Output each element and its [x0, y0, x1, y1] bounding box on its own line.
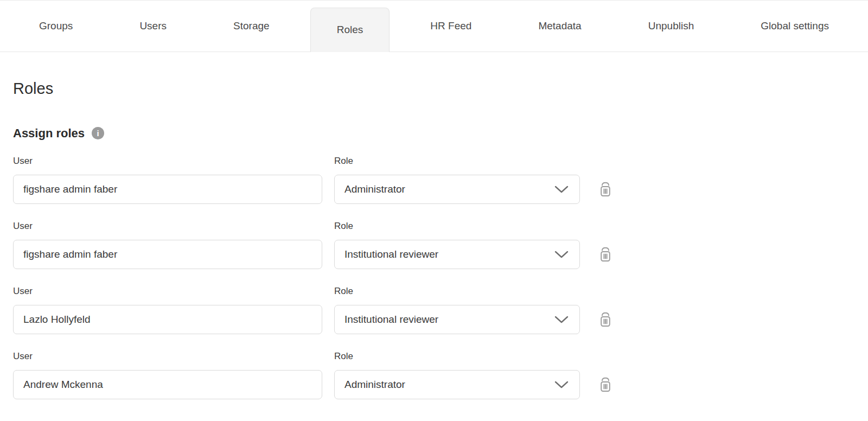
delete-role-button[interactable] — [598, 182, 612, 197]
delete-role-button[interactable] — [598, 377, 612, 392]
user-field-group: User — [13, 155, 322, 204]
user-label: User — [13, 285, 322, 297]
user-label: User — [13, 155, 322, 167]
role-assignment-row: User Role Institutional reviewer — [13, 285, 868, 334]
delete-role-button[interactable] — [598, 312, 612, 327]
tab-roles[interactable]: Roles — [310, 8, 390, 52]
trash-icon — [598, 256, 612, 264]
user-label: User — [13, 220, 322, 232]
role-field-group: Role Institutional reviewer — [334, 285, 580, 334]
assign-roles-section-head: Assign roles i — [13, 126, 868, 141]
role-label: Role — [334, 350, 580, 362]
role-select[interactable]: Institutional reviewer — [334, 305, 580, 334]
chevron-down-icon — [554, 251, 569, 258]
role-field-group: Role Administrator — [334, 155, 580, 204]
role-field-group: Role Administrator — [334, 350, 580, 399]
chevron-down-icon — [554, 316, 569, 323]
tab-hr-feed[interactable]: HR Feed — [404, 1, 497, 52]
role-assignment-row: User Role Institutional reviewer — [13, 220, 868, 269]
role-assignment-row: User Role Administrator — [13, 350, 868, 399]
role-label: Role — [334, 285, 580, 297]
role-select[interactable]: Institutional reviewer — [334, 240, 580, 269]
chevron-down-icon — [554, 381, 569, 388]
role-select[interactable]: Administrator — [334, 175, 580, 204]
admin-page: Groups Users Storage Roles HR Feed Metad… — [0, 0, 868, 421]
delete-role-button[interactable] — [598, 247, 612, 262]
role-assignment-row: User Role Administrator — [13, 155, 868, 204]
user-input[interactable] — [13, 240, 322, 269]
page-title: Roles — [13, 79, 868, 98]
user-input[interactable] — [13, 305, 322, 334]
trash-icon — [598, 386, 612, 394]
user-field-group: User — [13, 350, 322, 399]
assign-roles-title: Assign roles — [13, 126, 85, 141]
tab-storage[interactable]: Storage — [207, 1, 296, 52]
role-select-value: Institutional reviewer — [344, 314, 438, 326]
tab-groups[interactable]: Groups — [13, 1, 99, 52]
role-label: Role — [334, 220, 580, 232]
trash-icon — [598, 321, 612, 329]
tab-users[interactable]: Users — [113, 1, 193, 52]
chevron-down-icon — [554, 186, 569, 193]
user-input[interactable] — [13, 370, 322, 399]
role-assignment-list: User Role Administrator — [13, 155, 868, 399]
role-select-value: Institutional reviewer — [344, 248, 438, 260]
trash-icon — [598, 190, 612, 199]
info-icon[interactable]: i — [92, 127, 104, 139]
role-select-value: Administrator — [344, 379, 405, 391]
user-field-group: User — [13, 220, 322, 269]
tab-metadata[interactable]: Metadata — [512, 1, 607, 52]
role-select[interactable]: Administrator — [334, 370, 580, 399]
tabs-nav: Groups Users Storage Roles HR Feed Metad… — [13, 1, 855, 52]
role-label: Role — [334, 155, 580, 167]
role-select-value: Administrator — [344, 183, 405, 195]
user-field-group: User — [13, 285, 322, 334]
user-input[interactable] — [13, 175, 322, 204]
tab-unpublish[interactable]: Unpublish — [622, 1, 720, 52]
role-field-group: Role Institutional reviewer — [334, 220, 580, 269]
roles-content: Roles Assign roles i User Role Administr… — [0, 79, 868, 399]
user-label: User — [13, 350, 322, 362]
tab-global-settings[interactable]: Global settings — [735, 1, 855, 52]
tab-bar: Groups Users Storage Roles HR Feed Metad… — [0, 1, 868, 52]
